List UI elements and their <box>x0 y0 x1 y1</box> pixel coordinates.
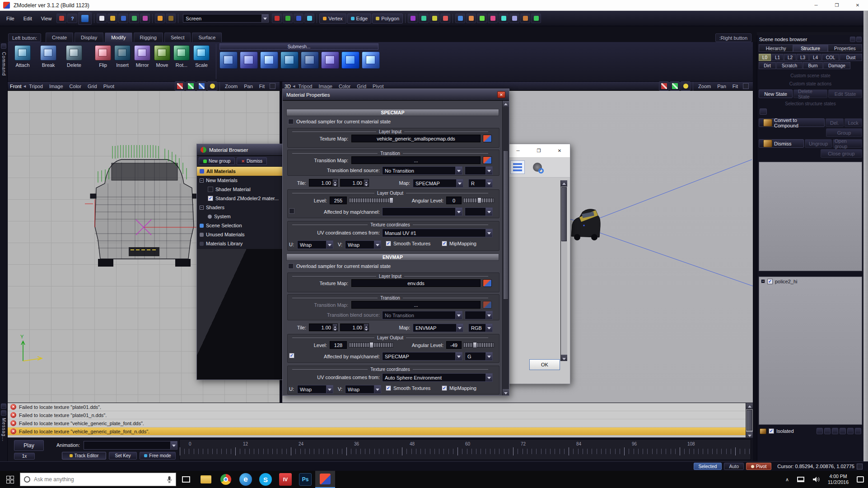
manipulator-icon[interactable] <box>455 14 465 23</box>
edge-button[interactable]: e <box>236 471 256 488</box>
close-button[interactable]: ✕ <box>549 145 570 156</box>
scroll-down-icon[interactable] <box>746 432 753 438</box>
grid-button[interactable]: Grid <box>84 84 100 89</box>
submesh-brush-icon[interactable] <box>240 52 258 69</box>
pan-button[interactable]: Pan <box>714 84 729 89</box>
scroll-thumb[interactable] <box>561 187 567 241</box>
material-checkbox-off[interactable] <box>208 187 213 192</box>
tab-modify[interactable]: Modify <box>105 33 132 42</box>
redo-icon[interactable] <box>166 14 176 23</box>
tab-hierarchy[interactable]: Hierarchy <box>759 44 793 52</box>
grid-button[interactable]: Grid <box>354 84 369 89</box>
pan-button[interactable]: Pan <box>241 84 256 89</box>
chevron-down-icon[interactable] <box>455 167 462 174</box>
tray-expand-button[interactable]: ∧ <box>781 471 793 488</box>
pivot-button[interactable]: Pivot <box>369 84 387 89</box>
extrude-icon[interactable] <box>509 14 519 23</box>
ungroup-button[interactable]: Ungroup <box>805 139 832 148</box>
submesh-group-header[interactable]: Submesh... <box>219 43 378 50</box>
uv-source-combo[interactable]: Auto Sphere Environment <box>382 373 493 382</box>
uv-source-combo[interactable]: Manual UV #1 <box>382 229 493 237</box>
open-group-button[interactable]: Open group <box>833 139 862 148</box>
layout-2-icon[interactable] <box>824 428 831 434</box>
affected-checkbox[interactable] <box>289 208 294 214</box>
fit-button[interactable]: Fit <box>256 84 268 89</box>
set-key-button[interactable]: Set Key <box>109 452 137 460</box>
slider-thumb[interactable] <box>369 342 373 348</box>
material-checkbox-on[interactable]: ✓ <box>208 196 213 201</box>
dismiss-compound-button[interactable]: Dismiss <box>759 139 804 148</box>
chevron-down-icon[interactable] <box>485 352 492 360</box>
polygon-mode-toggle[interactable]: Polygon <box>372 14 403 23</box>
settings-icon[interactable] <box>56 14 66 23</box>
menu-view[interactable]: View <box>37 16 56 21</box>
lightbulb-icon[interactable] <box>681 81 691 91</box>
affected-checkbox[interactable]: ✓ <box>289 353 294 358</box>
node-visibility-checkbox[interactable]: ✓ <box>767 279 773 284</box>
scroll-down-icon[interactable] <box>561 355 567 361</box>
chevron-down-icon[interactable] <box>456 179 463 187</box>
scroll-down-icon[interactable] <box>503 389 509 395</box>
maximize-viewport-icon[interactable] <box>743 83 749 89</box>
lightbulb-icon[interactable] <box>207 81 217 91</box>
volume-tray-button[interactable] <box>808 471 824 488</box>
log-scrollbar[interactable] <box>746 403 753 438</box>
viewport-name[interactable]: Front <box>10 84 22 89</box>
log-save-icon[interactable] <box>1 410 6 416</box>
screen-mode-combo[interactable]: Screen <box>183 14 269 23</box>
tile-v-spinner[interactable]: 1.00 <box>340 179 369 187</box>
image-button[interactable]: Image <box>46 84 66 89</box>
group-button[interactable]: Group <box>826 128 862 137</box>
chevron-down-icon[interactable] <box>261 14 268 22</box>
smooth-checkbox[interactable]: ✓ <box>386 385 391 391</box>
texture-picker-icon[interactable] <box>483 279 492 287</box>
edge-mode-toggle[interactable]: Edge <box>347 14 372 23</box>
fit-button[interactable]: Fit <box>729 84 741 89</box>
texture-picker-icon[interactable] <box>483 135 492 142</box>
scroll-up-icon[interactable] <box>746 403 753 409</box>
weld-icon[interactable] <box>488 14 498 23</box>
settings-search-icon[interactable] <box>530 160 545 174</box>
mirror-axis-icon[interactable] <box>440 14 450 23</box>
draw-pen-green-icon[interactable] <box>186 81 196 91</box>
slider-thumb[interactable] <box>473 342 477 348</box>
network-tray-button[interactable] <box>793 471 808 488</box>
level-field[interactable]: 255 <box>330 197 347 204</box>
axis-x-toggle-icon[interactable] <box>272 14 282 23</box>
spinner-arrows-icon[interactable] <box>364 179 369 186</box>
select-lasso-icon[interactable] <box>419 14 429 23</box>
uv-mapper-icon[interactable] <box>466 14 476 23</box>
new-file-icon[interactable] <box>97 14 107 23</box>
dock-close-icon[interactable] <box>1 43 6 49</box>
expander-icon[interactable]: + <box>761 279 765 283</box>
irfanview-button[interactable]: IV <box>275 471 295 488</box>
map-combo[interactable]: ENVMAP <box>413 324 463 332</box>
smooth-icon[interactable] <box>531 14 541 23</box>
run-script-icon[interactable] <box>78 12 92 25</box>
del-button[interactable]: Del. <box>826 118 844 127</box>
layout-4-icon[interactable] <box>840 428 846 434</box>
chevron-down-icon[interactable] <box>456 324 463 332</box>
close-panel-icon[interactable] <box>856 37 862 42</box>
scene-tree-area[interactable]: + ✓ police2_hi <box>759 277 862 425</box>
menu-file[interactable]: File <box>2 16 19 21</box>
overload-checkbox[interactable] <box>288 263 294 269</box>
export-icon[interactable] <box>140 14 150 23</box>
level-slider[interactable] <box>349 343 393 347</box>
pivot-mode-button[interactable]: Pivot <box>746 463 771 470</box>
photoshop-button[interactable]: Ps <box>295 471 315 488</box>
lock-button[interactable]: Lock <box>845 118 863 127</box>
tab-properties[interactable]: Properties <box>828 44 862 52</box>
affected-map-combo[interactable] <box>382 207 462 216</box>
tab-select[interactable]: Select <box>164 33 191 42</box>
tripod-button[interactable]: Tripod <box>26 84 46 89</box>
specmap-section-header[interactable]: SPECMAP <box>286 109 499 116</box>
channel-combo[interactable]: RGB <box>468 324 493 332</box>
envmap-section-header[interactable]: ENVMAP <box>286 253 499 261</box>
submesh-grid-icon[interactable] <box>260 52 278 69</box>
menu-edit[interactable]: Edit <box>19 16 37 21</box>
start-button[interactable] <box>0 471 20 488</box>
delete-state-button[interactable]: Delete State <box>793 89 827 98</box>
draw-pen-blue-icon[interactable] <box>196 81 206 91</box>
states-list-area[interactable] <box>759 162 862 271</box>
